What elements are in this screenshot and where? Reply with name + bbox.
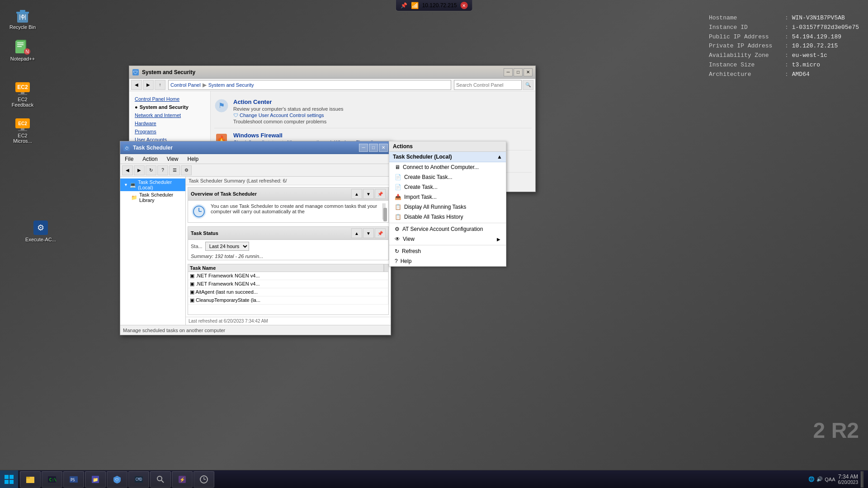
ts-status-up-button[interactable]: ▲ <box>351 228 362 238</box>
public-ip-label: Public IP Address <box>709 33 781 42</box>
search-button[interactable]: 🔍 <box>523 80 533 90</box>
taskbar-item-file-explorer[interactable] <box>20 471 41 488</box>
ts-table-header-scrollbar[interactable] <box>384 264 388 272</box>
ts-close-button[interactable]: ✕ <box>379 144 388 152</box>
sidebar-control-panel-home[interactable]: Control Panel Home <box>129 95 210 103</box>
task-scheduler-menubar: File Action View Help <box>120 154 391 164</box>
disable-history-label: Disable All Tasks History <box>404 214 463 220</box>
ts-overview-scrollbar-thumb[interactable] <box>383 208 387 221</box>
ts-menu-help[interactable]: Help <box>183 154 203 164</box>
firewall-title[interactable]: Windows Firewall <box>233 132 532 139</box>
search-input[interactable] <box>454 80 522 90</box>
size-row: Instance Size : t3.micro <box>709 61 859 70</box>
ts-minimize-button[interactable]: ─ <box>359 144 368 152</box>
ts-forward-button[interactable]: ▶ <box>134 165 145 175</box>
sidebar-network-internet[interactable]: Network and Internet <box>129 111 210 119</box>
show-desktop-button[interactable] <box>861 471 863 488</box>
taskbar-item-misc[interactable]: ⚡ <box>172 471 193 488</box>
ts-refresh-toolbar-button[interactable]: ↻ <box>146 165 156 175</box>
taskbar-item-cmd2[interactable]: CMD <box>128 471 149 488</box>
instance-id-label: Instance ID <box>709 23 781 33</box>
table-row[interactable]: ▣ .NET Framework NGEN v4... <box>188 272 388 280</box>
actions-view[interactable]: 👁 View ▶ <box>389 234 506 244</box>
ts-overview-pin-button[interactable]: 📌 <box>375 189 386 199</box>
taskbar-item-clock-app[interactable] <box>193 471 214 488</box>
svg-text:⏱: ⏱ <box>125 146 129 150</box>
minimize-button[interactable]: ─ <box>504 68 513 76</box>
desktop-icon-ec2-micros[interactable]: EC2 EC2Micros... <box>5 113 41 145</box>
breadcrumb-system-security[interactable]: System and Security <box>208 82 254 88</box>
actions-service-account[interactable]: ⚙ AT Service Account Configuration <box>389 224 506 234</box>
ts-overview-scrollbar[interactable] <box>382 203 386 220</box>
network-icon[interactable]: 🌐 <box>808 476 815 482</box>
actions-header: Actions <box>389 141 506 152</box>
back-button[interactable]: ◀ <box>131 80 142 90</box>
taskbar-right: 🌐 🔊 QAA 7:34 AM 6/20/2023 <box>808 471 868 488</box>
ts-maximize-button[interactable]: □ <box>369 144 378 152</box>
connection-close-button[interactable]: ✕ <box>460 2 467 9</box>
desktop-icon-execute[interactable]: ⚙ Execute-AC... <box>23 217 59 244</box>
ts-status-pin-button[interactable]: 📌 <box>375 228 386 238</box>
actions-create-basic-task[interactable]: 📄 Create Basic Task... <box>389 172 506 182</box>
task-scheduler-icon: ⏱ <box>123 144 130 151</box>
actions-help[interactable]: ? Help <box>389 256 506 266</box>
ts-menu-action[interactable]: Action <box>138 154 162 164</box>
ts-back-button[interactable]: ◀ <box>122 165 133 175</box>
hostname-row: Hostname : WIN-V3N1B7PV5AB <box>709 14 859 23</box>
sidebar-programs[interactable]: Programs <box>129 127 210 136</box>
sidebar-hardware[interactable]: Hardware <box>129 119 210 127</box>
table-row[interactable]: ▣ CleanupTemporaryState (la... <box>188 296 388 305</box>
svg-rect-36 <box>5 475 9 479</box>
actions-refresh[interactable]: ↻ Refresh <box>389 246 506 256</box>
tree-expand-icon[interactable]: ▼ <box>124 183 128 187</box>
ts-status-row: Sta... Last 24 hours <box>188 240 388 253</box>
change-uac-link[interactable]: Change User Account Control settings <box>240 113 324 118</box>
maximize-button[interactable]: □ <box>514 68 523 76</box>
breadcrumb-control-panel[interactable]: Control Panel <box>170 82 201 88</box>
actions-collapse-icon[interactable]: ▲ <box>497 154 502 160</box>
actions-separator-1 <box>389 223 506 223</box>
close-button[interactable]: ✕ <box>524 68 533 76</box>
taskbar-clock[interactable]: 7:34 AM 6/20/2023 <box>838 474 859 485</box>
volume-icon[interactable]: 🔊 <box>816 476 823 482</box>
taskbar-item-cmd[interactable]: C:\> <box>42 471 62 488</box>
ts-table-cell-0: ▣ .NET Framework NGEN v4... <box>188 272 388 280</box>
ts-menu-view[interactable]: View <box>162 154 183 164</box>
ts-menu-file[interactable]: File <box>120 154 138 164</box>
ts-help-toolbar-button[interactable]: ? <box>157 165 168 175</box>
tree-item-library[interactable]: 📁 Task Scheduler Library <box>120 191 185 204</box>
start-button[interactable] <box>0 470 18 488</box>
ts-view-toolbar-button[interactable]: ☰ <box>169 165 180 175</box>
table-row[interactable]: ▣ AitAgent (last run succeed... <box>188 288 388 296</box>
up-button[interactable]: ↑ <box>155 80 165 90</box>
desktop-icon-notepad[interactable]: N Notepad++ <box>5 36 41 63</box>
sidebar-system-security[interactable]: ● System and Security <box>129 103 210 111</box>
address-bar[interactable]: Control Panel ▶ System and Security <box>168 80 451 90</box>
actions-connect-computer[interactable]: 🖥 Connect to Another Computer... <box>389 162 506 172</box>
system-security-toolbar: ◀ ▶ ↑ Control Panel ▶ System and Securit… <box>129 79 535 91</box>
connection-pin-icon: 📌 <box>401 2 407 9</box>
action-center-links: 🛡 Change User Account Control settings <box>233 113 532 118</box>
view-label: View <box>403 236 415 242</box>
forward-button[interactable]: ▶ <box>143 80 154 90</box>
taskbar-item-files[interactable]: 📁 <box>85 471 106 488</box>
ts-overview-up-button[interactable]: ▲ <box>351 189 362 199</box>
action-center-title[interactable]: Action Center <box>233 99 532 105</box>
ts-overview-down-button[interactable]: ▼ <box>363 189 374 199</box>
ts-properties-toolbar-button[interactable]: ⚙ <box>181 165 192 175</box>
taskbar-item-powershell[interactable]: PS <box>63 471 84 488</box>
desktop-icon-recycle-bin[interactable]: ♻ Recycle Bin <box>5 5 41 32</box>
ts-table-col-name: Task Name <box>188 264 384 272</box>
actions-display-running[interactable]: 📋 Display All Running Tasks <box>389 202 506 212</box>
taskbar-item-search[interactable] <box>150 471 171 488</box>
actions-create-task[interactable]: 📄 Create Task... <box>389 182 506 192</box>
ts-time-select[interactable]: Last 24 hours <box>205 242 249 251</box>
taskbar-item-security[interactable]: 🛡 <box>107 471 127 488</box>
taskbar-items: C:\> PS 📁 <box>18 470 808 488</box>
tree-item-local[interactable]: ▼ 💻 Task Scheduler (Local) <box>120 178 185 191</box>
desktop-icon-ec2-feedback[interactable]: EC2 EC2Feedback <box>5 77 41 109</box>
actions-disable-history[interactable]: 📋 Disable All Tasks History <box>389 212 506 222</box>
actions-import-task[interactable]: 📥 Import Task... <box>389 192 506 202</box>
table-row[interactable]: ▣ .NET Framework NGEN v4... <box>188 280 388 288</box>
ts-status-down-button[interactable]: ▼ <box>363 228 374 238</box>
